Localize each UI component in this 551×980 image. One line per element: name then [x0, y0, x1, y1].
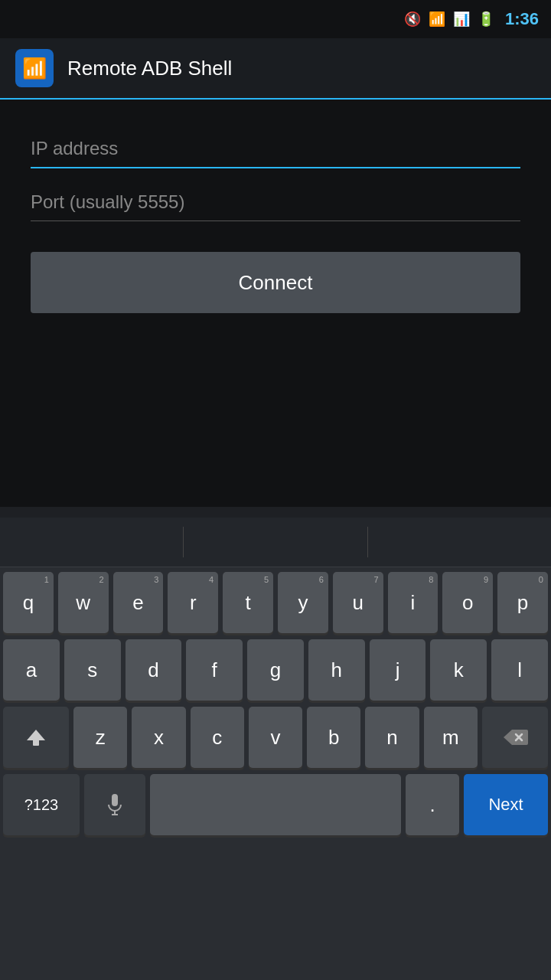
keyboard-row-1: 1q 2w 3e 4r 5t 6y 7u 8i 9o 0p	[3, 572, 548, 633]
backspace-key[interactable]	[482, 707, 548, 768]
keyboard-top-bar	[0, 507, 551, 518]
key-z[interactable]: z	[73, 707, 127, 768]
key-a[interactable]: a	[3, 639, 60, 701]
signal-icon: 📊	[453, 11, 470, 28]
key-t[interactable]: 5t	[223, 572, 273, 633]
mic-key[interactable]	[84, 774, 145, 835]
key-q[interactable]: 1q	[3, 572, 54, 633]
key-x[interactable]: x	[132, 707, 185, 768]
wifi-app-icon: 📶	[22, 57, 47, 80]
key-p[interactable]: 0p	[497, 572, 548, 633]
key-s[interactable]: s	[64, 639, 121, 701]
key-n[interactable]: n	[365, 707, 419, 768]
period-key[interactable]: .	[406, 774, 459, 835]
key-y[interactable]: 6y	[278, 572, 328, 633]
wifi-icon: 📶	[429, 11, 445, 28]
port-input[interactable]	[31, 184, 520, 221]
key-v[interactable]: v	[249, 707, 302, 768]
keyboard-row-3: z x c v b n m	[3, 707, 548, 768]
keyboard-row-4: ?123 . Next	[3, 774, 548, 835]
status-time: 1:36	[505, 9, 539, 29]
key-i[interactable]: 8i	[388, 572, 439, 633]
key-c[interactable]: c	[191, 707, 244, 768]
key-j[interactable]: j	[370, 639, 426, 701]
svg-rect-1	[112, 794, 118, 806]
key-h[interactable]: h	[308, 639, 365, 701]
key-r[interactable]: 4r	[168, 572, 218, 633]
shift-key[interactable]	[3, 707, 69, 768]
port-input-group	[31, 184, 520, 221]
app-icon: 📶	[15, 49, 54, 87]
key-l[interactable]: l	[491, 639, 548, 701]
ip-address-input[interactable]	[31, 130, 520, 168]
key-f[interactable]: f	[186, 639, 243, 701]
ip-input-group	[31, 130, 520, 168]
main-content: Connect	[0, 100, 551, 505]
key-d[interactable]: d	[126, 639, 182, 701]
suggestion-divider-2	[367, 527, 368, 557]
key-e[interactable]: 3e	[113, 572, 164, 633]
mute-icon: 🔇	[404, 11, 421, 28]
key-k[interactable]: k	[430, 639, 487, 701]
key-m[interactable]: m	[424, 707, 478, 768]
suggestion-divider-1	[183, 527, 184, 557]
status-bar: 🔇 📶 📊 🔋 1:36	[0, 0, 551, 38]
keyboard-suggestions	[0, 518, 551, 567]
connect-button[interactable]: Connect	[31, 252, 520, 313]
space-key[interactable]	[150, 774, 401, 835]
key-g[interactable]: g	[247, 639, 304, 701]
keyboard-row-2: a s d f g h j k l	[3, 639, 548, 701]
key-b[interactable]: b	[307, 707, 360, 768]
keyboard: 1q 2w 3e 4r 5t 6y 7u 8i 9o 0p a s d f g …	[0, 507, 551, 980]
app-title: Remote ADB Shell	[67, 57, 232, 80]
key-o[interactable]: 9o	[442, 572, 493, 633]
num-key[interactable]: ?123	[3, 774, 80, 835]
key-w[interactable]: 2w	[58, 572, 109, 633]
next-key[interactable]: Next	[464, 774, 548, 835]
svg-rect-0	[33, 743, 39, 746]
app-bar: 📶 Remote ADB Shell	[0, 38, 551, 100]
battery-icon: 🔋	[478, 11, 494, 28]
key-u[interactable]: 7u	[333, 572, 383, 633]
keyboard-keys: 1q 2w 3e 4r 5t 6y 7u 8i 9o 0p a s d f g …	[0, 567, 551, 835]
